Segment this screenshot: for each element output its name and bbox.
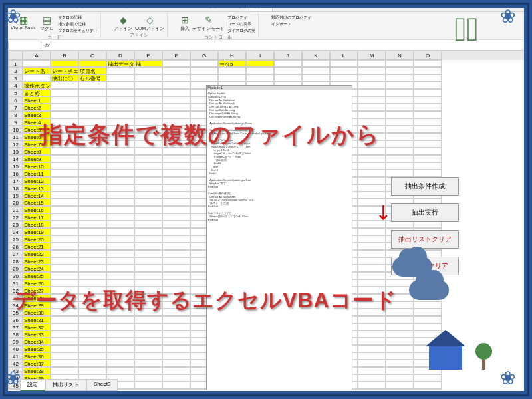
row-header[interactable]: 16 (8, 170, 23, 177)
cell[interactable] (414, 338, 442, 345)
cell[interactable] (78, 309, 106, 316)
cell[interactable] (358, 250, 386, 257)
cell[interactable] (51, 170, 78, 177)
cell[interactable] (386, 140, 414, 148)
row-header[interactable]: 8 (8, 111, 23, 118)
column-header[interactable]: D (106, 51, 134, 60)
cell[interactable] (386, 118, 414, 126)
cell[interactable] (78, 206, 106, 213)
column-header[interactable]: N (386, 51, 414, 60)
row-header[interactable]: 3 (8, 74, 23, 82)
cell[interactable] (78, 111, 106, 118)
cell[interactable] (162, 382, 190, 389)
cell[interactable] (51, 184, 78, 192)
cell[interactable] (78, 60, 106, 67)
cell[interactable] (358, 257, 386, 265)
cell[interactable] (386, 323, 414, 331)
cell[interactable] (51, 140, 78, 148)
cell[interactable] (386, 374, 414, 382)
cell[interactable] (78, 265, 106, 272)
cell[interactable] (274, 67, 302, 74)
cell[interactable] (78, 148, 106, 155)
cell[interactable] (134, 301, 162, 309)
cell[interactable] (162, 89, 190, 96)
cell[interactable] (190, 60, 218, 67)
column-header[interactable]: G (190, 51, 218, 60)
cell[interactable] (51, 162, 78, 170)
cell[interactable]: 項目名 (78, 67, 106, 74)
cell[interactable] (51, 294, 78, 301)
column-header[interactable]: J (274, 51, 302, 60)
cell[interactable]: 操作ボタン (23, 82, 51, 89)
cell[interactable] (134, 382, 162, 389)
cell[interactable] (106, 338, 134, 345)
row-header[interactable]: 23 (8, 221, 23, 228)
row-header[interactable]: 41 (8, 352, 23, 360)
cell[interactable]: Sheet15 (23, 199, 51, 206)
cell[interactable] (78, 243, 106, 250)
cell[interactable] (51, 265, 78, 272)
macro-security[interactable]: マクロのセキュリティ (58, 28, 98, 34)
cell[interactable] (386, 316, 414, 323)
cell[interactable] (134, 279, 162, 287)
cell[interactable] (358, 294, 386, 301)
cell[interactable] (106, 148, 134, 155)
cell[interactable] (134, 374, 162, 382)
macro-button[interactable]: ▤マクロ (40, 15, 54, 34)
cell[interactable] (106, 126, 134, 133)
cell[interactable] (414, 279, 442, 287)
cell[interactable] (106, 323, 134, 331)
cell[interactable] (134, 192, 162, 199)
cell[interactable] (162, 243, 190, 250)
cell[interactable] (134, 118, 162, 126)
cell[interactable] (106, 177, 134, 184)
cell[interactable] (414, 301, 442, 309)
cell[interactable] (134, 199, 162, 206)
cell[interactable] (358, 316, 386, 323)
row-header[interactable]: 35 (8, 309, 23, 316)
cell[interactable] (358, 111, 386, 118)
cell[interactable] (51, 60, 78, 67)
cell[interactable]: セル番号 (78, 74, 106, 82)
cell[interactable] (106, 250, 134, 257)
cell[interactable] (51, 111, 78, 118)
cell[interactable] (414, 111, 442, 118)
cell[interactable] (78, 104, 106, 111)
cell[interactable] (78, 338, 106, 345)
cell[interactable] (162, 140, 190, 148)
cell[interactable] (386, 352, 414, 360)
cell[interactable] (134, 184, 162, 192)
cell[interactable] (414, 133, 442, 140)
cell[interactable] (162, 162, 190, 170)
cell[interactable] (414, 382, 442, 389)
cell[interactable] (358, 162, 386, 170)
cell[interactable] (134, 126, 162, 133)
cell[interactable] (106, 235, 134, 243)
cell[interactable] (51, 206, 78, 213)
cell[interactable] (51, 177, 78, 184)
cell[interactable] (134, 272, 162, 279)
cell[interactable]: Sheet6 (23, 133, 51, 140)
cell[interactable] (162, 184, 190, 192)
cell[interactable]: Sheet1 (23, 96, 51, 104)
cell[interactable] (386, 104, 414, 111)
cell[interactable] (386, 338, 414, 345)
cell[interactable] (386, 279, 414, 287)
cell[interactable] (162, 133, 190, 140)
cell[interactable] (78, 184, 106, 192)
cell[interactable] (106, 111, 134, 118)
cell[interactable] (162, 360, 190, 367)
cell[interactable] (134, 323, 162, 331)
cell[interactable] (78, 316, 106, 323)
row-header[interactable]: 2 (8, 67, 23, 74)
cell[interactable] (106, 352, 134, 360)
cell[interactable] (358, 89, 386, 96)
cell[interactable] (162, 235, 190, 243)
cell[interactable] (414, 323, 442, 331)
cell[interactable] (106, 221, 134, 228)
cell[interactable] (414, 148, 442, 155)
cell[interactable]: Sheet2 (23, 104, 51, 111)
cell[interactable]: シートチェック (51, 67, 78, 74)
cell[interactable] (414, 82, 442, 89)
cell[interactable]: Sheet21 (23, 243, 51, 250)
